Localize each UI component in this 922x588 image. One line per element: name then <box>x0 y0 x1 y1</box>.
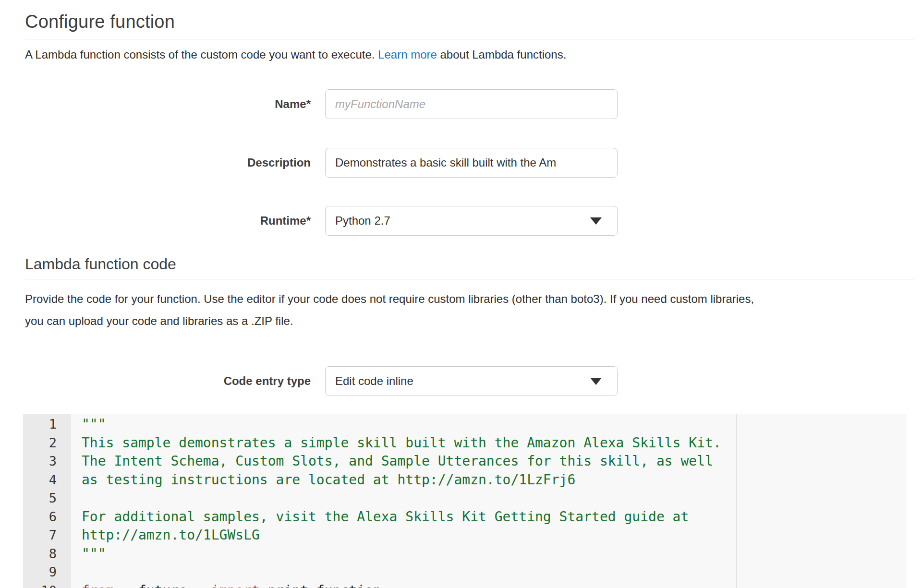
code-line[interactable]: For additional samples, visit the Alexa … <box>82 508 907 527</box>
chevron-down-icon <box>590 217 602 225</box>
line-number: 7 <box>23 526 57 545</box>
code-segment-keyword: import <box>211 583 260 588</box>
code-intro-line2: you can upload your code and libraries a… <box>25 314 293 327</box>
runtime-row: Runtime* Python 2.7 <box>0 205 922 236</box>
line-number: 10 <box>23 582 57 588</box>
editor-gutter: 12345678910 <box>23 414 71 588</box>
code-line[interactable]: """ <box>82 415 907 434</box>
line-number: 9 <box>23 563 57 582</box>
code-line[interactable]: as testing instructions are located at h… <box>82 471 907 490</box>
code-entry-type-label: Code entry type <box>0 374 311 388</box>
code-line[interactable]: http://amzn.to/1LGWsLG <box>82 526 907 545</box>
chevron-down-icon <box>590 378 602 385</box>
code-segment-string: as testing instructions are located at h… <box>82 472 575 488</box>
page-title: Configure function <box>25 12 915 32</box>
code-section-title: Lambda function code <box>25 255 915 273</box>
name-row: Name* <box>0 89 922 120</box>
code-segment-string: """ <box>82 546 106 562</box>
title-divider <box>25 39 915 39</box>
intro-paragraph: A Lambda function consists of the custom… <box>25 47 915 62</box>
line-number: 1 <box>23 415 57 434</box>
code-segment-plain: print_function <box>260 583 381 588</box>
code-line[interactable] <box>82 563 907 582</box>
code-editor[interactable]: 12345678910 """This sample demonstrates … <box>23 414 907 588</box>
description-input[interactable] <box>325 148 618 178</box>
runtime-selected-value: Python 2.7 <box>335 214 390 228</box>
runtime-label: Runtime* <box>0 214 311 228</box>
code-intro-paragraph: Provide the code for your function. Use … <box>25 288 915 332</box>
code-segment-string: For additional samples, visit the Alexa … <box>82 509 689 525</box>
description-label: Description <box>0 156 311 169</box>
code-line[interactable]: The Intent Schema, Custom Slots, and Sam… <box>82 452 907 471</box>
line-number: 4 <box>23 471 57 490</box>
code-intro-line1: Provide the code for your function. Use … <box>25 292 754 305</box>
line-number: 6 <box>23 508 57 527</box>
line-number: 2 <box>23 434 57 453</box>
name-label: Name* <box>0 97 311 111</box>
editor-code[interactable]: """This sample demonstrates a simple ski… <box>71 414 907 588</box>
line-number: 3 <box>23 452 57 471</box>
code-entry-type-select[interactable]: Edit code inline <box>325 366 618 396</box>
intro-text-after: about Lambda functions. <box>437 48 567 61</box>
code-entry-type-row: Code entry type Edit code inline <box>0 366 922 396</box>
code-line[interactable]: from __future__ import print_function <box>82 582 907 588</box>
code-segment-keyword: from <box>82 583 114 588</box>
code-segment-string: http://amzn.to/1LGWsLG <box>82 527 260 543</box>
intro-text-before: A Lambda function consists of the custom… <box>25 48 378 61</box>
line-number: 5 <box>23 489 57 508</box>
code-entry-type-selected-value: Edit code inline <box>335 374 413 388</box>
code-segment-string: """ <box>82 416 106 432</box>
print-margin-divider <box>736 414 737 588</box>
description-row: Description <box>0 147 922 178</box>
code-segment-string: This sample demonstrates a simple skill … <box>82 435 721 451</box>
code-segment-string: The Intent Schema, Custom Slots, and Sam… <box>82 453 713 469</box>
code-line[interactable]: """ <box>82 545 907 564</box>
name-input[interactable] <box>325 89 618 119</box>
code-line[interactable]: This sample demonstrates a simple skill … <box>82 434 907 453</box>
runtime-select[interactable]: Python 2.7 <box>325 206 618 236</box>
code-segment-plain: __future__ <box>114 583 211 588</box>
code-section-divider <box>25 279 915 279</box>
code-line[interactable] <box>82 489 907 508</box>
learn-more-link[interactable]: Learn more <box>378 48 437 61</box>
line-number: 8 <box>23 545 57 564</box>
